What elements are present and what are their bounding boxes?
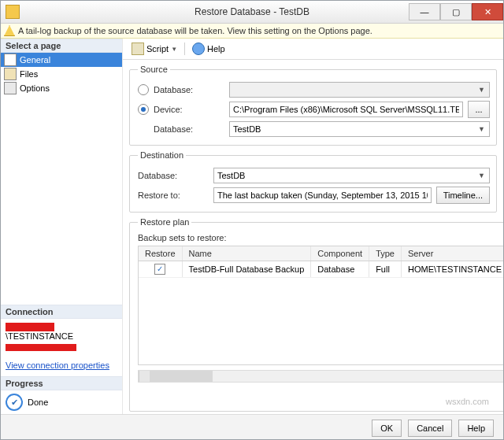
col-server[interactable]: Server: [402, 246, 504, 261]
plan-subhead: Backup sets to restore:: [138, 233, 503, 242]
backup-sets-table-wrap[interactable]: Restore Name Component Type Server Datab…: [138, 246, 503, 365]
view-connection-link[interactable]: View connection properties: [6, 361, 109, 370]
timeline-button[interactable]: Timeline...: [436, 187, 490, 204]
help-button[interactable]: Help: [188, 40, 229, 57]
warning-bar: A tail-log backup of the source database…: [1, 24, 503, 39]
source-database-select: [229, 82, 490, 98]
col-component[interactable]: Component: [311, 246, 369, 261]
source-group: Source Database: ▼ Device: ...: [129, 65, 497, 146]
redacted-server-icon: [6, 323, 54, 331]
ok-button[interactable]: OK: [372, 420, 402, 437]
source-legend: Source: [138, 65, 170, 74]
connection-server: \TESTINSTANCE: [6, 331, 73, 341]
restore-to-input[interactable]: [213, 187, 432, 203]
maximize-button[interactable]: ▢: [440, 3, 472, 20]
help-icon: [192, 43, 205, 55]
cancel-button[interactable]: Cancel: [408, 420, 452, 437]
source-db-select[interactable]: [229, 121, 490, 137]
redacted-line: [6, 344, 76, 351]
done-icon: ✔: [6, 394, 23, 411]
sidebar: Select a page General Files Options Conn…: [1, 39, 123, 414]
plan-legend: Restore plan: [138, 217, 191, 227]
watermark: wsxdn.com: [446, 397, 489, 406]
sidebar-item-files[interactable]: Files: [1, 67, 122, 81]
sidebar-item-label: General: [20, 55, 50, 65]
help-label: Help: [207, 44, 225, 54]
restore-to-label: Restore to:: [138, 190, 209, 200]
source-db2-label: Database:: [154, 124, 224, 134]
sidebar-select-title: Select a page: [1, 39, 122, 53]
page-icon: [4, 68, 17, 80]
dest-db-select[interactable]: [213, 168, 490, 183]
page-icon: [4, 54, 17, 66]
backup-sets-table: Restore Name Component Type Server Datab…: [139, 246, 503, 278]
page-icon: [4, 82, 17, 94]
minimize-button[interactable]: —: [409, 3, 440, 20]
sidebar-item-label: Files: [20, 69, 38, 79]
toolbar-separator: [184, 43, 185, 55]
browse-device-button[interactable]: ...: [468, 101, 490, 118]
toolbar: Script ▼ Help: [123, 39, 503, 60]
progress-row: ✔ Done: [1, 390, 122, 414]
col-type[interactable]: Type: [369, 246, 402, 261]
chevron-down-icon: ▼: [171, 46, 177, 53]
sidebar-item-options[interactable]: Options: [1, 81, 122, 95]
title-bar: Restore Database - TestDB — ▢ ✕: [1, 1, 503, 24]
script-button[interactable]: Script ▼: [128, 40, 181, 57]
sidebar-item-label: Options: [20, 83, 50, 93]
sidebar-progress-title: Progress: [1, 376, 122, 390]
app-icon: [6, 5, 20, 19]
dest-db-label: Database:: [138, 171, 209, 180]
progress-status: Done: [28, 397, 48, 407]
restore-checkbox[interactable]: [154, 264, 165, 275]
restore-plan-group: Restore plan Backup sets to restore: Res…: [129, 217, 503, 412]
destination-legend: Destination: [138, 150, 186, 160]
help-footer-button[interactable]: Help: [458, 420, 494, 437]
destination-group: Destination Database: ▼ Restore to: Time…: [129, 150, 497, 213]
device-path-input[interactable]: [229, 102, 463, 117]
connection-info: \TESTINSTANCE: [1, 319, 122, 354]
sidebar-item-general[interactable]: General: [1, 53, 122, 67]
content-area: Source Database: ▼ Device: ...: [123, 60, 503, 414]
script-icon: [132, 43, 144, 55]
sidebar-connection-title: Connection: [1, 305, 122, 319]
source-database-label: Database:: [154, 85, 224, 94]
script-label: Script: [146, 44, 169, 54]
table-row[interactable]: TestDB-Full Database Backup Database Ful…: [139, 261, 503, 278]
cell-type: Full: [369, 261, 402, 278]
dialog-footer: OK Cancel Help: [1, 414, 503, 440]
window-title: Restore Database - TestDB: [195, 6, 309, 17]
warning-text: A tail-log backup of the source database…: [18, 26, 372, 35]
source-database-radio[interactable]: [138, 84, 149, 95]
close-button[interactable]: ✕: [472, 3, 503, 20]
col-name[interactable]: Name: [182, 246, 311, 261]
cell-component: Database: [311, 261, 369, 278]
warning-icon: [4, 25, 15, 36]
cell-server: HOME\TESTINSTANCE: [402, 261, 504, 278]
cell-name: TestDB-Full Database Backup: [182, 261, 311, 278]
col-restore[interactable]: Restore: [139, 246, 182, 261]
horizontal-scrollbar[interactable]: [138, 370, 503, 383]
source-device-label: Device:: [154, 105, 224, 114]
source-device-radio[interactable]: [138, 104, 149, 115]
